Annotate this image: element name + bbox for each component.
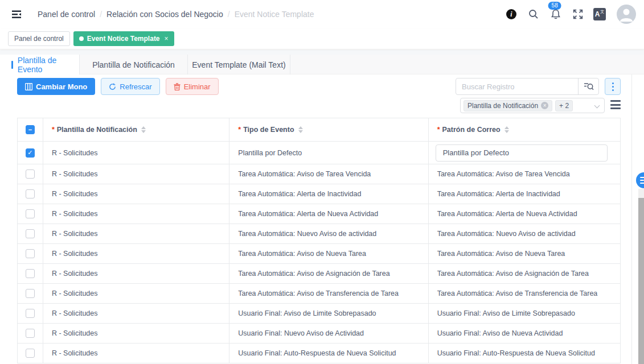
cell-plantilla-de-notificacion[interactable]: R - Solicitudes xyxy=(43,284,229,303)
open-pages-tag-bar: Panel de control Event Notice Template × xyxy=(0,28,644,49)
cell-tipo-de-evento[interactable]: Usuario Final: Auto-Respuesta de Nueva S… xyxy=(229,344,428,363)
sort-icon[interactable] xyxy=(298,126,303,133)
row-checkbox[interactable] xyxy=(26,349,35,358)
row-checkbox[interactable] xyxy=(26,249,35,258)
column-header-plantilla[interactable]: * Plantilla de Notificación xyxy=(43,118,229,141)
breadcrumb-separator: / xyxy=(228,10,230,19)
table-row: R - SolicitudesUsuario Final: Aviso de L… xyxy=(18,304,620,324)
cell-patron-de-correo[interactable]: Tarea Automática: Aviso de Nueva Tarea xyxy=(429,244,620,263)
cell-patron-de-correo[interactable]: Tarea Automática: Nuevo Aviso de activid… xyxy=(429,224,620,243)
close-tag-icon[interactable]: × xyxy=(165,35,169,43)
cell-patron-de-correo[interactable]: Tarea Automática: Alerta de Nueva Activi… xyxy=(429,204,620,224)
row-checkbox[interactable] xyxy=(26,189,35,198)
refrescar-button[interactable]: Refrescar xyxy=(101,78,159,95)
event-template-table: − * Plantilla de Notificación * Tipo de … xyxy=(17,118,621,363)
filter-tag-label: Plantilla de Notificación xyxy=(467,102,538,110)
page-tag-panel-de-control[interactable]: Panel de control xyxy=(8,31,70,46)
sort-icon[interactable] xyxy=(504,126,509,133)
background-gap xyxy=(0,50,644,55)
column-label: Tipo de Evento xyxy=(243,126,294,134)
cell-tipo-de-evento[interactable]: Usuario Final: Nuevo Aviso de Actividad xyxy=(229,324,428,343)
cell-plantilla-de-notificacion[interactable]: R - Solicitudes xyxy=(43,324,229,343)
cell-tipo-de-evento[interactable]: Tarea Automática: Aviso de Nueva Tarea xyxy=(229,244,428,263)
cell-tipo-de-evento[interactable]: Plantilla por Defecto xyxy=(229,142,428,164)
cell-plantilla-de-notificacion[interactable]: R - Solicitudes xyxy=(43,184,229,204)
cell-tipo-de-evento[interactable]: Tarea Automática: Nuevo Aviso de activid… xyxy=(229,224,428,243)
row-checkbox[interactable] xyxy=(26,329,35,338)
cell-tipo-de-evento[interactable]: Tarea Automática: Alerta de Nueva Activi… xyxy=(229,204,428,224)
column-list-icon[interactable] xyxy=(610,100,621,109)
trash-icon xyxy=(174,83,181,90)
row-checkbox-cell xyxy=(18,264,43,283)
patron-de-correo-input[interactable] xyxy=(436,144,608,162)
row-checkbox[interactable] xyxy=(26,229,35,238)
cell-plantilla-de-notificacion[interactable]: R - Solicitudes xyxy=(43,344,229,363)
cell-patron-de-correo[interactable] xyxy=(429,142,620,164)
remove-filter-icon[interactable]: × xyxy=(541,102,548,109)
row-checkbox[interactable] xyxy=(26,209,35,218)
cambiar-mono-button[interactable]: Cambiar Mono xyxy=(17,78,95,95)
table-row: R - SolicitudesTarea Automática: Aviso d… xyxy=(18,264,620,284)
cell-patron-de-correo[interactable]: Tarea Automática: Aviso de Transferencia… xyxy=(429,284,620,303)
sort-icon[interactable] xyxy=(141,126,146,133)
cell-plantilla-de-notificacion[interactable]: R - Solicitudes xyxy=(43,142,229,164)
info-glyph: i xyxy=(506,9,516,19)
chevron-down-icon xyxy=(594,103,600,109)
column-label: Plantilla de Notificación xyxy=(57,126,137,134)
info-icon[interactable]: i xyxy=(504,7,518,21)
cell-tipo-de-evento[interactable]: Tarea Automática: Alerta de Inactividad xyxy=(229,184,428,204)
cell-patron-de-correo[interactable]: Usuario Final: Aviso de Limite Sobrepasa… xyxy=(429,304,620,323)
cell-tipo-de-evento[interactable]: Tarea Automática: Aviso de Transferencia… xyxy=(229,284,428,303)
cell-tipo-de-evento[interactable]: Tarea Automática: Aviso de Tarea Vencida xyxy=(229,164,428,184)
breadcrumb-item-relacion[interactable]: Relación con Socios del Negocio xyxy=(106,10,223,19)
tab-event-template-mail-text[interactable]: Event Template (Mail Text) xyxy=(188,55,290,75)
advanced-search-icon[interactable] xyxy=(578,78,598,94)
tab-label: Plantilla de Notificación xyxy=(92,60,175,69)
page-tag-event-notice-template[interactable]: Event Notice Template × xyxy=(73,31,174,46)
scrollbar-thumb[interactable] xyxy=(638,198,644,364)
cell-patron-de-correo[interactable]: Tarea Automática: Alerta de Inactividad xyxy=(429,184,620,204)
cell-tipo-de-evento[interactable]: Usuario Final: Aviso de Limite Sobrepasa… xyxy=(229,304,428,323)
cell-plantilla-de-notificacion[interactable]: R - Solicitudes xyxy=(43,204,229,224)
row-checkbox[interactable] xyxy=(26,269,35,278)
eliminar-button[interactable]: Eliminar xyxy=(166,78,219,95)
more-options-button[interactable] xyxy=(605,78,621,95)
cell-plantilla-de-notificacion[interactable]: R - Solicitudes xyxy=(43,304,229,323)
cell-plantilla-de-notificacion[interactable]: R - Solicitudes xyxy=(43,224,229,243)
row-checkbox[interactable]: ✓ xyxy=(26,148,35,158)
cell-patron-de-correo[interactable]: Tarea Automática: Aviso de Tarea Vencida xyxy=(429,164,620,184)
cell-tipo-de-evento[interactable]: Tarea Automática: Aviso de Asignación de… xyxy=(229,264,428,283)
cell-patron-de-correo[interactable]: Usuario Final: Auto-Respuesta de Nueva S… xyxy=(429,344,620,363)
row-checkbox[interactable] xyxy=(26,309,35,318)
tab-plantilla-de-notificacion[interactable]: Plantilla de Notificación xyxy=(80,55,188,75)
search-icon[interactable] xyxy=(527,7,540,21)
row-checkbox-cell xyxy=(18,184,43,204)
select-all-checkbox[interactable]: − xyxy=(26,125,35,134)
column-header-patron[interactable]: * Patrón de Correo xyxy=(429,118,620,141)
required-marker: * xyxy=(238,126,241,134)
tab-plantilla-de-evento[interactable]: Plantilla de Evento xyxy=(0,55,80,75)
cell-plantilla-de-notificacion[interactable]: R - Solicitudes xyxy=(43,244,229,263)
search-input[interactable] xyxy=(456,78,578,94)
column-label: Patrón de Correo xyxy=(442,126,501,134)
language-glyph-small: 文 xyxy=(600,9,604,15)
table-row: ✓R - SolicitudesPlantilla por Defecto xyxy=(18,142,620,164)
language-switch-icon[interactable]: A文 xyxy=(593,8,606,20)
user-avatar[interactable] xyxy=(617,5,636,24)
breadcrumb-item-panel[interactable]: Panel de control xyxy=(38,10,95,19)
row-checkbox[interactable] xyxy=(26,289,35,298)
cell-plantilla-de-notificacion[interactable]: R - Solicitudes xyxy=(43,264,229,283)
row-checkbox-cell: ✓ xyxy=(18,142,43,164)
row-checkbox[interactable] xyxy=(26,169,35,179)
active-tag-dot xyxy=(79,36,84,41)
cell-patron-de-correo[interactable]: Tarea Automática: Aviso de Asignación de… xyxy=(429,264,620,283)
floating-panel-button[interactable] xyxy=(636,172,644,188)
column-header-tipo[interactable]: * Tipo de Evento xyxy=(229,118,428,141)
fullscreen-icon[interactable] xyxy=(571,7,585,21)
button-label: Eliminar xyxy=(184,82,211,91)
column-filter-select[interactable]: Plantilla de Notificación × + 2 xyxy=(460,98,605,113)
cell-patron-de-correo[interactable]: Usuario Final: Aviso de Nueva Actividad xyxy=(429,324,620,343)
cell-plantilla-de-notificacion[interactable]: R - Solicitudes xyxy=(43,164,229,184)
notifications-bell-icon[interactable]: 58 xyxy=(549,7,563,21)
menu-fold-icon[interactable] xyxy=(10,8,23,20)
